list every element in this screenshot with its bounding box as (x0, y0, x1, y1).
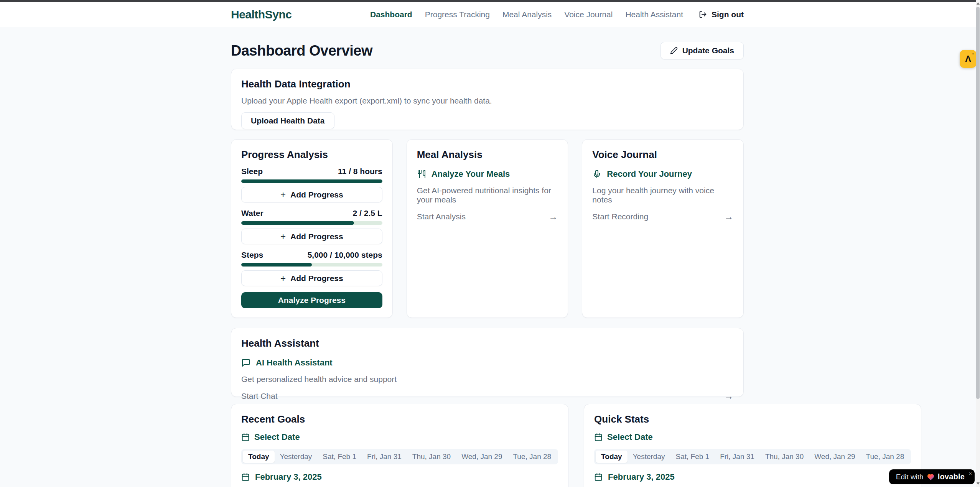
date-tab-wed-jan-29[interactable]: Wed, Jan 29 (456, 451, 507, 463)
health-data-integration-card: Health Data Integration Upload your Appl… (231, 69, 744, 130)
quick-stats-card: Quick Stats Select Date Today Yesterday … (584, 404, 921, 487)
quick-stats-title: Quick Stats (594, 413, 911, 425)
signout-label: Sign out (712, 10, 744, 19)
add-progress-steps-button[interactable]: + Add Progress (241, 270, 382, 286)
record-your-journey-link[interactable]: Record Your Journey (592, 169, 733, 179)
date-tab-thu-jan-30[interactable]: Thu, Jan 30 (760, 451, 809, 463)
recent-goals-select-date[interactable]: Select Date (241, 432, 558, 442)
date-tab-tue-jan-28[interactable]: Tue, Jan 28 (861, 451, 910, 463)
start-analysis-link[interactable]: Start Analysis → (417, 211, 558, 222)
health-assistant-card: Health Assistant AI Health Assistant Get… (231, 328, 744, 397)
calendar-icon (241, 433, 250, 441)
scrollbar-thumb[interactable] (976, 7, 980, 399)
scrollbar-down-arrow[interactable] (976, 481, 980, 486)
quick-stats-date-tabs: Today Yesterday Sat, Feb 1 Fri, Jan 31 T… (594, 449, 911, 464)
heart-gradient-icon (927, 473, 935, 480)
record-your-journey-label: Record Your Journey (607, 169, 692, 179)
analyze-your-meals-link[interactable]: Analyze Your Meals (417, 169, 558, 179)
sleep-progress-bar (241, 179, 382, 183)
health-assistant-description: Get personalized health advice and suppo… (241, 375, 733, 384)
arrow-right-icon: → (724, 391, 733, 401)
widget-fab-button[interactable]: Λ (960, 50, 977, 68)
date-tab-tue-jan-28[interactable]: Tue, Jan 28 (507, 451, 557, 463)
date-tab-yesterday[interactable]: Yesterday (275, 451, 318, 463)
logout-icon (699, 10, 707, 18)
date-tab-wed-jan-29[interactable]: Wed, Jan 29 (809, 451, 860, 463)
app-logo[interactable]: HealthSync (231, 8, 292, 21)
ai-health-assistant-link[interactable]: AI Health Assistant (241, 358, 733, 368)
steps-progress-bar (241, 263, 382, 267)
scrollbar-up-arrow[interactable] (976, 1, 980, 6)
selected-date-label: February 3, 2025 (255, 472, 322, 482)
pencil-icon (670, 47, 678, 54)
main-nav: Dashboard Progress Tracking Meal Analysi… (370, 10, 744, 19)
nav-health-assistant[interactable]: Health Assistant (625, 10, 683, 19)
progress-analysis-title: Progress Analysis (241, 149, 382, 161)
nav-progress-tracking[interactable]: Progress Tracking (425, 10, 490, 19)
date-tab-sat-feb-1[interactable]: Sat, Feb 1 (670, 451, 715, 463)
start-recording-label: Start Recording (592, 212, 648, 221)
calendar-icon (241, 473, 250, 481)
update-goals-label: Update Goals (682, 46, 734, 55)
update-goals-button[interactable]: Update Goals (660, 42, 744, 59)
lovable-brand-label: lovable (938, 472, 965, 481)
start-chat-label: Start Chat (241, 392, 278, 401)
signout-button[interactable]: Sign out (699, 10, 744, 19)
nav-meal-analysis[interactable]: Meal Analysis (502, 10, 552, 19)
analyze-progress-button[interactable]: Analyze Progress (241, 292, 382, 308)
calendar-icon (594, 473, 603, 481)
meal-analysis-card: Meal Analysis Analyze Your Meals Get AI-… (407, 139, 568, 318)
arrow-right-icon: → (548, 211, 558, 222)
ai-health-assistant-label: AI Health Assistant (256, 358, 333, 368)
plus-icon: + (280, 190, 286, 199)
nav-voice-journal[interactable]: Voice Journal (564, 10, 613, 19)
date-tab-sat-feb-1[interactable]: Sat, Feb 1 (317, 451, 362, 463)
meal-analysis-title: Meal Analysis (417, 149, 558, 161)
date-tab-yesterday[interactable]: Yesterday (628, 451, 670, 463)
badge-close-icon[interactable]: × (969, 471, 972, 476)
start-chat-link[interactable]: Start Chat → (241, 391, 733, 401)
metric-water-value: 2 / 2.5 L (353, 209, 382, 218)
arrow-right-icon: → (724, 211, 733, 222)
add-progress-water-button[interactable]: + Add Progress (241, 229, 382, 244)
plus-icon: + (280, 274, 286, 283)
add-progress-sleep-button[interactable]: + Add Progress (241, 187, 382, 202)
add-progress-label: Add Progress (290, 190, 343, 199)
metric-water: Water 2 / 2.5 L + Add Progress (241, 209, 382, 244)
water-progress-bar (241, 221, 382, 225)
date-tab-today[interactable]: Today (243, 451, 275, 463)
metric-sleep-label: Sleep (241, 167, 263, 176)
dashboard-main: Dashboard Overview Update Goals Health D… (231, 27, 744, 487)
select-date-label: Select Date (254, 432, 300, 442)
metric-steps-label: Steps (241, 250, 263, 260)
health-assistant-title: Health Assistant (241, 337, 733, 349)
plus-icon: + (280, 232, 286, 241)
hdi-description: Upload your Apple Health export (export.… (241, 96, 733, 105)
upload-health-data-button[interactable]: Upload Health Data (241, 112, 334, 129)
quick-stats-select-date[interactable]: Select Date (594, 432, 911, 442)
select-date-label: Select Date (607, 432, 653, 442)
voice-journal-title: Voice Journal (592, 149, 733, 161)
date-tab-fri-jan-31[interactable]: Fri, Jan 31 (715, 451, 760, 463)
recent-goals-title: Recent Goals (241, 413, 558, 425)
start-recording-link[interactable]: Start Recording → (592, 211, 733, 222)
metric-sleep-value: 11 / 8 hours (338, 167, 382, 176)
add-progress-label: Add Progress (290, 274, 343, 283)
analyze-your-meals-label: Analyze Your Meals (432, 169, 510, 179)
hdi-title: Health Data Integration (241, 78, 733, 90)
edit-with-lovable-badge[interactable]: Edit with lovable × (889, 469, 975, 484)
recent-goals-selected-date: February 3, 2025 (241, 472, 558, 482)
utensils-icon (417, 169, 426, 179)
date-tab-fri-jan-31[interactable]: Fri, Jan 31 (362, 451, 407, 463)
browser-scrollbar[interactable] (976, 0, 980, 487)
quick-stats-selected-date: February 3, 2025 (594, 472, 911, 482)
add-progress-label: Add Progress (290, 232, 343, 241)
voice-journal-description: Log your health journey with voice notes (592, 186, 733, 204)
date-tab-thu-jan-30[interactable]: Thu, Jan 30 (407, 451, 456, 463)
page-title: Dashboard Overview (231, 43, 372, 59)
date-tab-today[interactable]: Today (596, 451, 628, 463)
selected-date-label: February 3, 2025 (608, 472, 675, 482)
nav-dashboard[interactable]: Dashboard (370, 10, 412, 19)
start-analysis-label: Start Analysis (417, 212, 466, 221)
progress-analysis-card: Progress Analysis Sleep 11 / 8 hours + A… (231, 139, 393, 318)
